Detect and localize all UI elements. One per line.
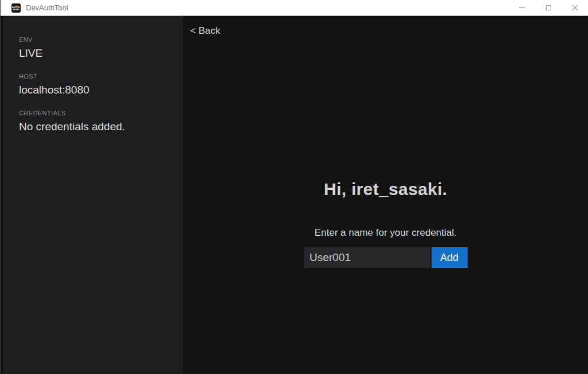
window-title: DevAuthTool <box>26 3 68 12</box>
add-button[interactable]: Add <box>431 247 467 268</box>
credentials-label: CREDENTIALS <box>19 109 172 117</box>
host-value: localhost:8080 <box>19 83 172 97</box>
credential-name-input[interactable] <box>304 247 430 268</box>
credential-prompt: Enter a name for your credential. <box>304 227 467 239</box>
credential-form: Hi, iret_sasaki. Enter a name for your c… <box>304 181 467 268</box>
sidebar: ENV LIVE HOST localhost:8080 CREDENTIALS… <box>1 16 183 374</box>
main-panel: < Back Hi, iret_sasaki. Enter a name for… <box>183 16 588 374</box>
maximize-button[interactable] <box>535 0 562 15</box>
close-button[interactable] <box>562 0 588 15</box>
credential-input-row: Add <box>304 247 467 268</box>
env-label: ENV <box>19 36 172 44</box>
content-area: ENV LIVE HOST localhost:8080 CREDENTIALS… <box>1 16 588 374</box>
back-link[interactable]: < Back <box>190 25 220 37</box>
credentials-group: CREDENTIALS No credentials added. <box>19 109 172 134</box>
host-label: HOST <box>19 72 172 80</box>
maximize-icon <box>546 5 551 10</box>
greeting-heading: Hi, iret_sasaki. <box>304 181 467 198</box>
env-value: LIVE <box>19 46 172 60</box>
minimize-icon <box>519 7 525 8</box>
close-icon <box>572 5 578 11</box>
minimize-button[interactable] <box>509 0 535 15</box>
logo-text-games: GAMES <box>13 9 20 11</box>
titlebar: EPIC GAMES DevAuthTool <box>1 0 588 16</box>
devauthtool-window: EPIC GAMES DevAuthTool ENV LIVE HOST loc… <box>0 0 588 374</box>
epic-games-logo: EPIC GAMES <box>11 3 21 13</box>
credentials-empty-text: No credentials added. <box>19 120 172 134</box>
host-group: HOST localhost:8080 <box>19 72 172 97</box>
env-group: ENV LIVE <box>19 36 172 60</box>
